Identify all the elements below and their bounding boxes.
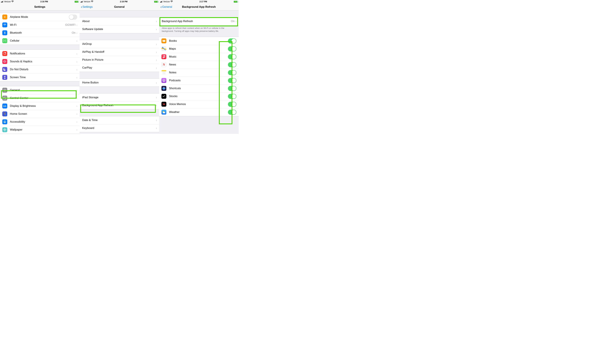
app-weather-toggle[interactable] — [228, 110, 236, 115]
carrier-label: Verizon — [163, 0, 170, 3]
signal-icon — [1, 1, 3, 2]
row-app-stocks[interactable]: Stocks — [159, 92, 239, 100]
app-maps-toggle[interactable] — [228, 46, 236, 52]
wifi-icon — [91, 0, 93, 3]
airplane-mode-icon: ✈ — [2, 14, 7, 19]
svg-rect-17 — [5, 115, 6, 115]
group: ✈Airplane ModeWi-FiGGWIFI›BluetoothOn›Ce… — [0, 13, 80, 45]
chevron-right-icon: › — [156, 81, 157, 84]
back-button[interactable]: ‹ General — [160, 3, 172, 10]
chevron-right-icon: › — [156, 58, 157, 62]
row-accessibility[interactable]: Accessibility› — [0, 118, 80, 126]
chevron-right-icon: › — [76, 52, 77, 55]
svg-point-21 — [4, 129, 5, 129]
content[interactable]: Background App RefreshOn›Allow apps to r… — [159, 11, 239, 116]
row-app-voice-memos[interactable]: Voice Memos — [159, 100, 239, 108]
row-keyboard[interactable]: Keyboard› — [80, 124, 159, 132]
row-general[interactable]: General› — [0, 86, 80, 94]
row-display-brightness[interactable]: AADisplay & Brightness› — [0, 102, 80, 110]
row-airplane-mode[interactable]: ✈Airplane Mode — [0, 13, 80, 21]
svg-point-24 — [5, 130, 6, 130]
row-about[interactable]: About› — [80, 17, 159, 25]
app-books-toggle[interactable] — [228, 39, 236, 43]
row-date-time[interactable]: Date & Time› — [80, 116, 159, 124]
row-label: Date & Time — [82, 118, 156, 122]
screen-time-icon — [2, 75, 7, 80]
row-airplay-handoff[interactable]: AirPlay & Handoff› — [80, 48, 159, 56]
chevron-right-icon: › — [156, 127, 157, 130]
chevron-right-icon: › — [76, 60, 77, 63]
carrier-label: Verizon — [4, 0, 11, 3]
app-books-icon — [162, 39, 166, 43]
content[interactable]: About›Software Update›AirDrop›AirPlay & … — [80, 11, 159, 132]
row-sounds-haptics[interactable]: Sounds & Haptics› — [0, 58, 80, 65]
row-label: News — [169, 63, 228, 66]
row-app-music[interactable]: Music — [159, 53, 239, 61]
row-notifications[interactable]: Notifications› — [0, 50, 80, 58]
row-app-news[interactable]: NNews — [159, 61, 239, 69]
app-voice-memos-toggle[interactable] — [228, 102, 236, 107]
chevron-right-icon: › — [156, 42, 157, 46]
screen-general: Verizon 2:16 PM ⚡ ‹ Settings General Abo… — [80, 0, 159, 134]
wifi-icon — [11, 0, 14, 3]
row-screen-time[interactable]: Screen Time› — [0, 73, 80, 81]
chevron-right-icon: › — [76, 96, 77, 100]
back-button[interactable]: ‹ Settings — [81, 3, 93, 10]
app-stocks-toggle[interactable] — [228, 94, 236, 99]
clock-label: 2:16 PM — [120, 0, 127, 3]
row-home-button[interactable]: Home Button› — [80, 79, 159, 87]
row-ipad-storage[interactable]: iPad Storage› — [80, 93, 159, 101]
row-bluetooth[interactable]: BluetoothOn› — [0, 29, 80, 37]
row-label: Screen Time — [10, 76, 76, 79]
row-control-center[interactable]: Control Center› — [0, 94, 80, 102]
app-news-icon: N — [162, 62, 166, 67]
svg-rect-12 — [3, 114, 4, 114]
row-app-books[interactable]: Books — [159, 37, 239, 45]
svg-point-0 — [4, 40, 5, 41]
svg-point-4 — [4, 90, 5, 91]
app-podcasts-toggle[interactable] — [228, 78, 236, 83]
row-background-app-refresh[interactable]: Background App Refresh› — [80, 101, 159, 109]
bluetooth-icon — [2, 30, 7, 35]
content[interactable]: ✈Airplane ModeWi-FiGGWIFI›BluetoothOn›Ce… — [0, 11, 80, 134]
svg-point-23 — [3, 130, 4, 130]
control-center-icon — [2, 96, 7, 101]
svg-rect-13 — [4, 114, 5, 114]
row-label: Podcasts — [169, 79, 228, 82]
app-news-toggle[interactable] — [228, 62, 236, 67]
row-wifi[interactable]: Wi-FiGGWIFI› — [0, 21, 80, 29]
svg-rect-15 — [3, 115, 4, 115]
chevron-right-icon: › — [156, 104, 157, 107]
row-label: Accessibility — [10, 120, 76, 123]
chevron-right-icon: › — [76, 39, 77, 42]
row-app-notes[interactable]: Notes — [159, 69, 239, 77]
row-label: Notifications — [10, 52, 76, 55]
row-app-weather[interactable]: Weather — [159, 108, 239, 116]
app-shortcuts-toggle[interactable] — [228, 86, 236, 91]
row-app-shortcuts[interactable]: Shortcuts — [159, 84, 239, 92]
chevron-right-icon: › — [156, 20, 157, 23]
row-label: Books — [169, 39, 228, 42]
row-label: Maps — [169, 47, 228, 51]
row-airdrop[interactable]: AirDrop› — [80, 40, 159, 48]
svg-point-8 — [5, 98, 6, 99]
app-music-toggle[interactable] — [228, 54, 236, 59]
row-app-maps[interactable]: Maps — [159, 45, 239, 53]
airplane-mode-toggle[interactable] — [69, 14, 77, 20]
app-stocks-icon — [162, 94, 166, 99]
row-carplay[interactable]: CarPlay› — [80, 64, 159, 72]
row-wallpaper[interactable]: Wallpaper› — [0, 126, 80, 134]
chevron-left-icon: ‹ — [81, 5, 82, 9]
row-label: AirDrop — [82, 42, 156, 46]
app-notes-toggle[interactable] — [228, 70, 236, 75]
row-label: Stocks — [169, 95, 228, 98]
row-app-podcasts[interactable]: Podcasts — [159, 77, 239, 84]
row-label: Wallpaper — [10, 128, 76, 131]
row-cellular[interactable]: Cellular› — [0, 37, 80, 45]
row-home-screen[interactable]: Home Screen› — [0, 110, 80, 118]
row-picture-in-picture[interactable]: Picture in Picture› — [80, 56, 159, 64]
row-do-not-disturb[interactable]: Do Not Disturb› — [0, 65, 80, 73]
row-software-update[interactable]: Software Update› — [80, 25, 159, 33]
battery-icon: ⚡ — [75, 1, 79, 3]
row-background-app-refresh-master[interactable]: Background App RefreshOn› — [159, 17, 239, 25]
